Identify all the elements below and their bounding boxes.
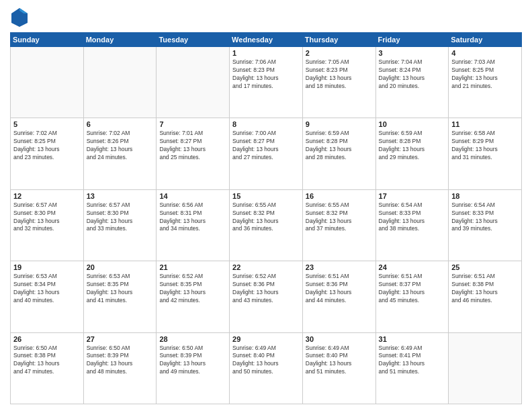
day-info: Sunrise: 6:50 AM Sunset: 8:39 PM Dayligh… bbox=[159, 345, 226, 377]
day-number: 4 bbox=[451, 49, 519, 57]
calendar-cell: 18Sunrise: 6:54 AM Sunset: 8:33 PM Dayli… bbox=[449, 189, 522, 261]
calendar-cell: 14Sunrise: 6:56 AM Sunset: 8:31 PM Dayli… bbox=[157, 189, 230, 261]
day-number: 18 bbox=[451, 192, 519, 200]
day-number: 24 bbox=[379, 263, 446, 271]
day-info: Sunrise: 6:59 AM Sunset: 8:28 PM Dayligh… bbox=[306, 130, 373, 162]
calendar-cell: 9Sunrise: 6:59 AM Sunset: 8:28 PM Daylig… bbox=[302, 118, 375, 189]
day-number: 11 bbox=[451, 120, 519, 128]
weekday-header-friday: Friday bbox=[375, 33, 449, 47]
day-info: Sunrise: 6:49 AM Sunset: 8:40 PM Dayligh… bbox=[306, 345, 373, 377]
day-number: 31 bbox=[379, 335, 446, 343]
day-info: Sunrise: 6:59 AM Sunset: 8:28 PM Dayligh… bbox=[379, 130, 446, 162]
day-info: Sunrise: 7:01 AM Sunset: 8:27 PM Dayligh… bbox=[159, 130, 226, 162]
day-info: Sunrise: 6:49 AM Sunset: 8:40 PM Dayligh… bbox=[232, 345, 300, 377]
day-info: Sunrise: 6:51 AM Sunset: 8:38 PM Dayligh… bbox=[451, 273, 519, 305]
day-number: 29 bbox=[232, 335, 300, 343]
day-info: Sunrise: 7:06 AM Sunset: 8:23 PM Dayligh… bbox=[232, 58, 300, 91]
day-info: Sunrise: 6:58 AM Sunset: 8:29 PM Dayligh… bbox=[451, 130, 519, 162]
page: SundayMondayTuesdayWednesdayThursdayFrid… bbox=[0, 0, 532, 411]
calendar-cell: 24Sunrise: 6:51 AM Sunset: 8:37 PM Dayli… bbox=[375, 261, 449, 332]
calendar-week-3: 12Sunrise: 6:57 AM Sunset: 8:30 PM Dayli… bbox=[11, 189, 522, 261]
day-number: 14 bbox=[159, 192, 226, 200]
calendar-cell: 28Sunrise: 6:50 AM Sunset: 8:39 PM Dayli… bbox=[157, 332, 230, 404]
day-info: Sunrise: 7:04 AM Sunset: 8:24 PM Dayligh… bbox=[379, 58, 446, 91]
calendar-cell: 13Sunrise: 6:57 AM Sunset: 8:30 PM Dayli… bbox=[83, 189, 157, 261]
day-number: 25 bbox=[451, 263, 519, 271]
day-number: 30 bbox=[306, 335, 373, 343]
calendar-week-4: 19Sunrise: 6:53 AM Sunset: 8:34 PM Dayli… bbox=[11, 261, 522, 332]
day-info: Sunrise: 6:53 AM Sunset: 8:35 PM Dayligh… bbox=[87, 273, 154, 305]
weekday-header-sunday: Sunday bbox=[11, 33, 84, 47]
day-info: Sunrise: 7:05 AM Sunset: 8:23 PM Dayligh… bbox=[306, 58, 373, 91]
calendar-cell: 21Sunrise: 6:52 AM Sunset: 8:35 PM Dayli… bbox=[157, 261, 230, 332]
calendar-cell bbox=[157, 47, 230, 118]
day-number: 17 bbox=[379, 192, 446, 200]
calendar-week-2: 5Sunrise: 7:02 AM Sunset: 8:25 PM Daylig… bbox=[11, 118, 522, 189]
calendar-cell: 8Sunrise: 7:00 AM Sunset: 8:27 PM Daylig… bbox=[230, 118, 303, 189]
day-info: Sunrise: 6:54 AM Sunset: 8:33 PM Dayligh… bbox=[451, 201, 519, 234]
calendar-cell: 15Sunrise: 6:55 AM Sunset: 8:32 PM Dayli… bbox=[230, 189, 303, 261]
day-number: 19 bbox=[13, 263, 81, 271]
calendar-cell: 12Sunrise: 6:57 AM Sunset: 8:30 PM Dayli… bbox=[11, 189, 84, 261]
calendar-cell: 16Sunrise: 6:55 AM Sunset: 8:32 PM Dayli… bbox=[302, 189, 375, 261]
calendar-cell: 4Sunrise: 7:03 AM Sunset: 8:25 PM Daylig… bbox=[449, 47, 522, 118]
calendar-cell: 11Sunrise: 6:58 AM Sunset: 8:29 PM Dayli… bbox=[449, 118, 522, 189]
day-info: Sunrise: 6:57 AM Sunset: 8:30 PM Dayligh… bbox=[87, 201, 154, 234]
day-number: 23 bbox=[306, 263, 373, 271]
logo bbox=[10, 7, 32, 28]
day-number: 22 bbox=[232, 263, 300, 271]
day-info: Sunrise: 7:02 AM Sunset: 8:26 PM Dayligh… bbox=[87, 130, 154, 162]
day-info: Sunrise: 6:56 AM Sunset: 8:31 PM Dayligh… bbox=[159, 201, 226, 234]
day-number: 16 bbox=[306, 192, 373, 200]
day-number: 5 bbox=[13, 120, 81, 128]
calendar-wrapper: SundayMondayTuesdayWednesdayThursdayFrid… bbox=[10, 32, 522, 404]
day-info: Sunrise: 6:53 AM Sunset: 8:34 PM Dayligh… bbox=[13, 273, 81, 305]
day-info: Sunrise: 6:51 AM Sunset: 8:37 PM Dayligh… bbox=[379, 273, 446, 305]
day-number: 8 bbox=[232, 120, 300, 128]
logo-icon bbox=[10, 7, 29, 28]
calendar-week-5: 26Sunrise: 6:50 AM Sunset: 8:38 PM Dayli… bbox=[11, 332, 522, 404]
calendar-cell: 22Sunrise: 6:52 AM Sunset: 8:36 PM Dayli… bbox=[230, 261, 303, 332]
day-number: 9 bbox=[306, 120, 373, 128]
day-info: Sunrise: 6:49 AM Sunset: 8:41 PM Dayligh… bbox=[379, 345, 446, 377]
calendar-cell bbox=[83, 47, 157, 118]
calendar-cell: 20Sunrise: 6:53 AM Sunset: 8:35 PM Dayli… bbox=[83, 261, 157, 332]
calendar-cell: 23Sunrise: 6:51 AM Sunset: 8:36 PM Dayli… bbox=[302, 261, 375, 332]
calendar-cell: 3Sunrise: 7:04 AM Sunset: 8:24 PM Daylig… bbox=[375, 47, 449, 118]
calendar-cell: 25Sunrise: 6:51 AM Sunset: 8:38 PM Dayli… bbox=[449, 261, 522, 332]
calendar-cell: 2Sunrise: 7:05 AM Sunset: 8:23 PM Daylig… bbox=[302, 47, 375, 118]
weekday-header-thursday: Thursday bbox=[302, 33, 375, 47]
weekday-header-wednesday: Wednesday bbox=[230, 33, 303, 47]
day-number: 1 bbox=[232, 49, 300, 57]
calendar-week-1: 1Sunrise: 7:06 AM Sunset: 8:23 PM Daylig… bbox=[11, 47, 522, 118]
calendar-cell: 10Sunrise: 6:59 AM Sunset: 8:28 PM Dayli… bbox=[375, 118, 449, 189]
day-info: Sunrise: 6:50 AM Sunset: 8:39 PM Dayligh… bbox=[87, 345, 154, 377]
day-number: 3 bbox=[379, 49, 446, 57]
day-number: 28 bbox=[159, 335, 226, 343]
day-number: 2 bbox=[306, 49, 373, 57]
weekday-header-row: SundayMondayTuesdayWednesdayThursdayFrid… bbox=[11, 33, 522, 47]
day-number: 10 bbox=[379, 120, 446, 128]
day-info: Sunrise: 6:52 AM Sunset: 8:36 PM Dayligh… bbox=[232, 273, 300, 305]
calendar-cell: 26Sunrise: 6:50 AM Sunset: 8:38 PM Dayli… bbox=[11, 332, 84, 404]
calendar-cell: 27Sunrise: 6:50 AM Sunset: 8:39 PM Dayli… bbox=[83, 332, 157, 404]
calendar-cell: 1Sunrise: 7:06 AM Sunset: 8:23 PM Daylig… bbox=[230, 47, 303, 118]
day-number: 20 bbox=[87, 263, 154, 271]
calendar-cell: 5Sunrise: 7:02 AM Sunset: 8:25 PM Daylig… bbox=[11, 118, 84, 189]
calendar-cell bbox=[11, 47, 84, 118]
day-number: 26 bbox=[13, 335, 81, 343]
calendar-cell: 6Sunrise: 7:02 AM Sunset: 8:26 PM Daylig… bbox=[83, 118, 157, 189]
day-info: Sunrise: 6:57 AM Sunset: 8:30 PM Dayligh… bbox=[13, 201, 81, 234]
weekday-header-tuesday: Tuesday bbox=[157, 33, 230, 47]
day-number: 7 bbox=[159, 120, 226, 128]
day-number: 15 bbox=[232, 192, 300, 200]
day-number: 27 bbox=[87, 335, 154, 343]
day-number: 12 bbox=[13, 192, 81, 200]
day-number: 21 bbox=[159, 263, 226, 271]
calendar-cell: 17Sunrise: 6:54 AM Sunset: 8:33 PM Dayli… bbox=[375, 189, 449, 261]
calendar-cell: 31Sunrise: 6:49 AM Sunset: 8:41 PM Dayli… bbox=[375, 332, 449, 404]
day-info: Sunrise: 6:51 AM Sunset: 8:36 PM Dayligh… bbox=[306, 273, 373, 305]
day-info: Sunrise: 6:55 AM Sunset: 8:32 PM Dayligh… bbox=[232, 201, 300, 234]
day-info: Sunrise: 6:50 AM Sunset: 8:38 PM Dayligh… bbox=[13, 345, 81, 377]
calendar-cell: 19Sunrise: 6:53 AM Sunset: 8:34 PM Dayli… bbox=[11, 261, 84, 332]
